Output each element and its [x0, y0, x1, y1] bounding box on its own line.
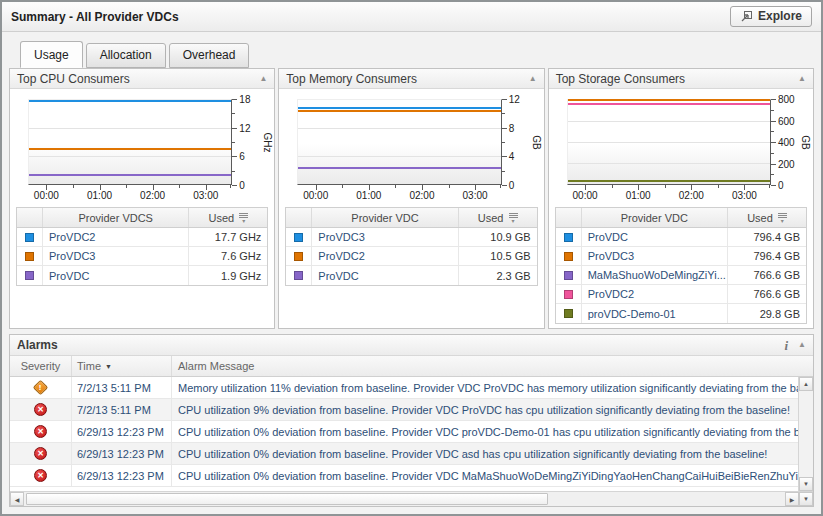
storage-chart: 00:0001:0002:0003:000200400600800GB	[549, 89, 813, 201]
x-minor-tick	[395, 185, 396, 188]
alarm-time: 7/2/13 5:11 PM	[72, 377, 172, 398]
x-minor-tick	[718, 185, 719, 188]
tab-overhead[interactable]: Overhead	[169, 43, 250, 68]
used-value: 766.6 GB	[728, 285, 806, 303]
table-row[interactable]: ProVDC217.7 GHz	[17, 228, 267, 247]
customize-columns-icon[interactable]: ▾	[778, 213, 787, 223]
column-header-time[interactable]: Time ▼	[72, 356, 172, 376]
table-row[interactable]: MaMaShuoWoDeMingZiYi...766.6 GB	[556, 266, 806, 285]
provider-vdc-name[interactable]: ProVDC	[312, 266, 458, 285]
table-row[interactable]: proVDC-Demo-0129.8 GB	[556, 304, 806, 323]
panel-header-memory: Top Memory Consumers▲	[279, 69, 543, 89]
used-value: 1.9 GHz	[189, 266, 267, 285]
tab-allocation[interactable]: Allocation	[86, 43, 166, 68]
explore-button[interactable]: Explore	[730, 6, 812, 27]
alarm-row[interactable]: ✕6/29/13 12:23 PMCPU utilization 0% devi…	[10, 421, 798, 443]
series-swatch	[564, 233, 573, 242]
table-header-row: Provider VDCUsed▾	[556, 208, 806, 228]
customize-columns-icon[interactable]: ▾	[509, 213, 518, 223]
fatal-icon: ✕	[34, 447, 47, 460]
scroll-corner-down-icon[interactable]: ▼	[799, 492, 813, 506]
used-label: Used	[208, 212, 234, 224]
table-row[interactable]: ProVDC210.5 GB	[286, 247, 536, 266]
tab-usage[interactable]: Usage	[20, 41, 83, 68]
collapse-icon[interactable]: ▲	[798, 341, 806, 349]
explore-label: Explore	[758, 9, 802, 23]
customize-columns-icon[interactable]: ▾	[239, 213, 248, 223]
provider-vdc-name[interactable]: ProVDC2	[312, 247, 458, 265]
provider-vdc-name[interactable]: ProVDC	[43, 266, 189, 285]
y-tick	[502, 99, 507, 100]
used-value: 796.4 GB	[728, 228, 806, 246]
provider-vdc-name[interactable]: ProVDC3	[312, 228, 458, 246]
scroll-right-icon[interactable]: ▶	[785, 492, 799, 506]
table-row[interactable]: ProVDC2.3 GB	[286, 266, 536, 285]
column-header-swatch	[286, 208, 312, 227]
y-minor-tick	[232, 171, 235, 172]
collapse-icon[interactable]: ▲	[529, 75, 537, 83]
scroll-down-icon[interactable]: ▼	[799, 477, 813, 491]
table-row[interactable]: ProVDC3796.4 GB	[556, 247, 806, 266]
memory-plot-area	[297, 99, 501, 185]
y-tick	[771, 164, 776, 165]
y-tick-label: 12	[509, 94, 520, 105]
alarm-row[interactable]: ✕6/29/13 12:23 PMCPU utilization 0% devi…	[10, 465, 798, 487]
used-value: 10.9 GB	[459, 228, 537, 246]
alarm-row[interactable]: ✕6/29/13 12:23 PMCPU utilization 0% devi…	[10, 443, 798, 465]
series-swatch	[294, 233, 303, 242]
fatal-icon: ✕	[34, 425, 47, 438]
provider-vdc-name[interactable]: ProVDC	[582, 228, 728, 246]
table-row[interactable]: ProVDC2766.6 GB	[556, 285, 806, 304]
alarm-row[interactable]: !7/2/13 5:11 PMMemory utilization 11% de…	[10, 377, 798, 399]
used-value: 2.3 GB	[459, 266, 537, 285]
series-swatch	[564, 290, 573, 299]
series-line-ProVDC	[298, 167, 500, 169]
column-header-used[interactable]: Used▾	[189, 208, 267, 227]
scroll-up-icon[interactable]: ▲	[799, 377, 813, 391]
scrollbar-thumb[interactable]	[26, 493, 548, 505]
column-header-severity[interactable]: Severity	[10, 356, 72, 376]
warning-icon: !	[33, 380, 49, 396]
y-tick	[232, 156, 237, 157]
x-minor-tick	[342, 185, 343, 188]
table-row[interactable]: ProVDC796.4 GB	[556, 228, 806, 247]
info-icon[interactable]: i	[784, 339, 788, 352]
scroll-left-icon[interactable]: ◀	[10, 492, 24, 506]
memory-chart: 00:0001:0002:0003:0004812GB	[279, 89, 543, 201]
x-minor-tick	[179, 185, 180, 188]
alarm-time: 6/29/13 12:23 PM	[72, 421, 172, 442]
column-header-provider-vdc[interactable]: Provider VDCS	[43, 208, 189, 227]
vertical-scrollbar[interactable]: ▲ ▼	[798, 377, 813, 491]
provider-vdc-name[interactable]: proVDC-Demo-01	[582, 304, 728, 323]
provider-vdc-name[interactable]: ProVDC3	[43, 247, 189, 265]
provider-vdc-name[interactable]: ProVDC2	[582, 285, 728, 303]
series-line-ProVDC	[29, 174, 231, 176]
x-tick-label: 00:00	[573, 190, 598, 201]
provider-vdc-name[interactable]: ProVDC3	[582, 247, 728, 265]
collapse-icon[interactable]: ▲	[259, 75, 267, 83]
memory-y-axis: 04812	[502, 99, 530, 185]
table-row[interactable]: ProVDC310.9 GB	[286, 228, 536, 247]
series-line-proVDC-Demo-01	[568, 180, 770, 182]
table-row[interactable]: ProVDC37.6 GHz	[17, 247, 267, 266]
column-header-provider-vdc[interactable]: Provider VDC	[312, 208, 458, 227]
provider-vdc-name[interactable]: ProVDC2	[43, 228, 189, 246]
series-line-ProVDC2	[298, 110, 500, 112]
x-tick-label: 02:00	[409, 190, 434, 201]
provider-vdc-name[interactable]: MaMaShuoWoDeMingZiYi...	[582, 266, 728, 284]
page-title: Summary - All Provider VDCs	[11, 10, 179, 24]
horizontal-scrollbar[interactable]: ◀ ▶ ▼	[10, 491, 813, 506]
x-tick-label: 03:00	[463, 190, 488, 201]
storage-unit-label: GB	[800, 135, 811, 149]
collapse-icon[interactable]: ▲	[798, 75, 806, 83]
y-tick-label: 600	[778, 115, 795, 126]
column-header-used[interactable]: Used▾	[728, 208, 806, 227]
table-header-row: Provider VDCUsed▾	[286, 208, 536, 228]
alarm-row[interactable]: ✕7/2/13 5:11 PMCPU utilization 9% deviat…	[10, 399, 798, 421]
table-row[interactable]: ProVDC1.9 GHz	[17, 266, 267, 285]
panel-title-storage: Top Storage Consumers	[556, 72, 685, 86]
storage-consumer-table: Provider VDCUsed▾ProVDC796.4 GBProVDC379…	[555, 207, 807, 324]
column-header-provider-vdc[interactable]: Provider VDC	[582, 208, 728, 227]
column-header-alarm-message[interactable]: Alarm Message	[172, 356, 813, 376]
column-header-used[interactable]: Used▾	[459, 208, 537, 227]
